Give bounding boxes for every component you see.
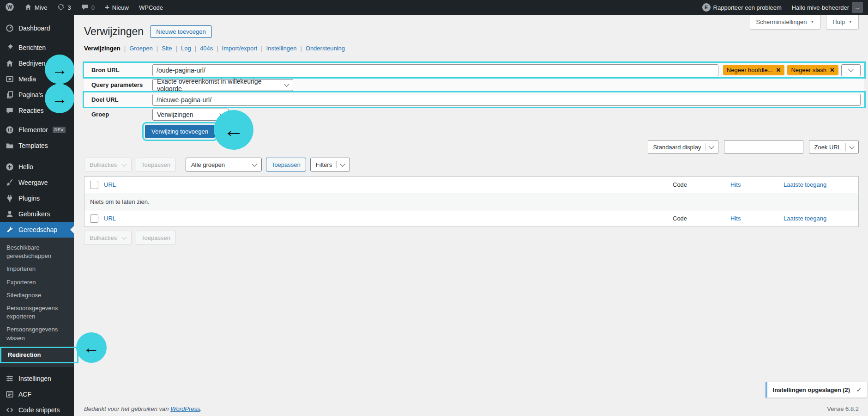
chevron-down-icon [848, 67, 853, 72]
acf-icon [6, 390, 14, 398]
admin-bar-right: E Rapporteer een probleem Hallo mive-beh… [697, 0, 868, 15]
bulk-actions-select[interactable]: Bulkacties [84, 158, 132, 171]
filter-apply-button[interactable]: Toepassen [266, 158, 306, 171]
dev-badge: DEV [53, 127, 66, 133]
column-last-access[interactable]: Laatste toegang [784, 215, 853, 222]
sidebar-item-plugins[interactable]: Plugins [0, 190, 74, 206]
empty-table-row: Niets om te laten zien. [84, 193, 858, 210]
admin-bar-left: W Mive 3 0 + [0, 0, 168, 15]
update-count: 3 [67, 4, 71, 11]
sidebar-item-instellingen[interactable]: Instellingen [0, 371, 74, 386]
sidebar-item-code-snippets[interactable]: Code snippets [0, 402, 74, 416]
select-all-checkbox[interactable] [90, 181, 98, 189]
report-problem-menu[interactable]: E Rapporteer een probleem [697, 0, 787, 15]
column-hits[interactable]: Hits [730, 181, 784, 188]
elementor-icon [6, 126, 14, 134]
my-account-menu[interactable]: Hallo mive-beheerder → [787, 0, 868, 15]
column-url[interactable]: URL [104, 181, 116, 188]
search-url-button[interactable]: Zoek URL [809, 140, 859, 154]
tab-404s[interactable]: 404s [200, 45, 213, 52]
column-last-access[interactable]: Laatste toegang [784, 181, 853, 188]
table-header-row: URL Code Hits Laatste toegang [84, 177, 858, 193]
tab-groepen[interactable]: Groepen [129, 45, 153, 52]
flags-dropdown[interactable] [841, 64, 861, 76]
tab-verwijzingen[interactable]: Verwijzingen [84, 45, 121, 52]
comment-count: 0 [91, 4, 95, 11]
active-menu-notch [70, 226, 74, 233]
tab-site[interactable]: Site [162, 45, 172, 52]
source-url-input[interactable] [152, 64, 718, 76]
comments-menu[interactable]: 0 [76, 0, 100, 15]
submenu-redirection[interactable]: Redirection [0, 347, 78, 363]
bulk-apply-button[interactable]: Toepassen [136, 158, 176, 171]
report-label: Rapporteer een probleem [713, 4, 782, 11]
wpcode-menu[interactable]: WPCode [134, 0, 168, 15]
search-url-input[interactable] [724, 140, 803, 154]
check-icon: ✓ [856, 386, 862, 393]
add-redirect-button[interactable]: Verwijzing toevoegen [145, 125, 215, 138]
flag-ignore-slash[interactable]: Negeer slash ✕ [787, 65, 838, 75]
chevron-down-icon [252, 161, 257, 166]
target-url-input[interactable] [152, 94, 861, 106]
display-options-button[interactable]: Standaard display [648, 140, 718, 154]
submenu-exporteren[interactable]: Exporteren [0, 276, 74, 289]
query-parameters-label: Query parameters [84, 81, 152, 88]
avatar: → [852, 2, 863, 13]
sidebar-item-elementor[interactable]: Elementor DEV [0, 122, 74, 138]
dashboard-icon [6, 24, 14, 32]
display-search-toolbar: Standaard display Zoek URL [84, 140, 859, 154]
chevron-down-icon [121, 161, 127, 166]
tab-import-export[interactable]: Import/export [222, 45, 258, 52]
pushpin-icon [6, 43, 14, 52]
source-url-row: Bron URL Negeer hoofdle... ✕ Negeer slas… [84, 63, 864, 77]
chevron-down-icon [709, 144, 714, 149]
bulk-actions-select[interactable]: Bulkacties [84, 231, 132, 245]
chevron-down-icon [340, 161, 345, 166]
remove-flag-icon[interactable]: ✕ [776, 67, 781, 73]
caret-down-icon: ▼ [849, 20, 852, 24]
remove-flag-icon[interactable]: ✕ [830, 67, 835, 73]
sidebar-item-templates[interactable]: Templates [0, 138, 74, 153]
tab-log[interactable]: Log [181, 45, 191, 52]
column-hits[interactable]: Hits [730, 215, 784, 222]
select-all-checkbox[interactable] [90, 214, 98, 223]
group-filter-select[interactable]: Alle groepen [186, 158, 262, 171]
sidebar-item-gebruikers[interactable]: Gebruikers [0, 206, 74, 222]
wordpress-menu[interactable]: W [0, 0, 19, 15]
user-icon [6, 210, 14, 218]
divider [705, 143, 705, 151]
filters-button[interactable]: Filters [310, 158, 350, 171]
screen-options-button[interactable]: Scherminstellingen ▼ [750, 15, 821, 30]
wordpress-link[interactable]: WordPress [170, 405, 200, 412]
sidebar-item-dashboard[interactable]: Dashboard [0, 20, 74, 36]
source-url-label: Bron URL [84, 67, 152, 73]
help-button[interactable]: Hulp ▼ [826, 15, 859, 30]
new-content-menu[interactable]: + Nieuw [100, 0, 134, 15]
comment-icon [81, 3, 89, 12]
sidebar-item-acf[interactable]: ACF [0, 386, 74, 402]
sidebar-item-weergave[interactable]: Weergave [0, 175, 74, 190]
submenu-importeren[interactable]: Importeren [0, 263, 74, 275]
building-icon [6, 59, 14, 67]
sidebar-item-gereedschap[interactable]: Gereedschap [0, 222, 74, 238]
greeting: Hallo mive-beheerder [792, 4, 849, 11]
query-parameters-select[interactable]: Exacte overeenkomst in willekeurige volg… [152, 79, 293, 91]
title-row: Verwijzingen Nieuwe toevoegen [84, 24, 859, 38]
submenu-persoonsgegevens-exporteren[interactable]: Persoonsgegevens exporteren [0, 302, 64, 323]
flag-ignore-case[interactable]: Negeer hoofdle... ✕ [723, 65, 785, 75]
annotation-arrow-redirection: ← [76, 332, 107, 363]
sidebar-item-hello[interactable]: Hello [0, 159, 74, 175]
submenu-sitediagnose[interactable]: Sitediagnose [0, 289, 74, 302]
add-new-button[interactable]: Nieuwe toevoegen [150, 25, 212, 38]
tab-ondersteuning[interactable]: Ondersteuning [306, 45, 345, 52]
submenu-persoonsgegevens-wissen[interactable]: Persoonsgegevens wissen [0, 323, 64, 344]
updates-menu[interactable]: 3 [52, 0, 76, 15]
site-name-menu[interactable]: Mive [19, 0, 52, 15]
column-url[interactable]: URL [104, 215, 116, 222]
submenu-beschikbare-gereedschappen[interactable]: Beschikbare gereedschappen [0, 241, 59, 263]
sidebar-item-berichten[interactable]: Berichten [0, 40, 74, 55]
elementor-icon: E [702, 3, 711, 12]
tools-submenu: Beschikbare gereedschappen Importeren Ex… [0, 238, 74, 367]
tab-instellingen[interactable]: Instellingen [266, 45, 297, 52]
bulk-apply-button[interactable]: Toepassen [136, 231, 176, 245]
